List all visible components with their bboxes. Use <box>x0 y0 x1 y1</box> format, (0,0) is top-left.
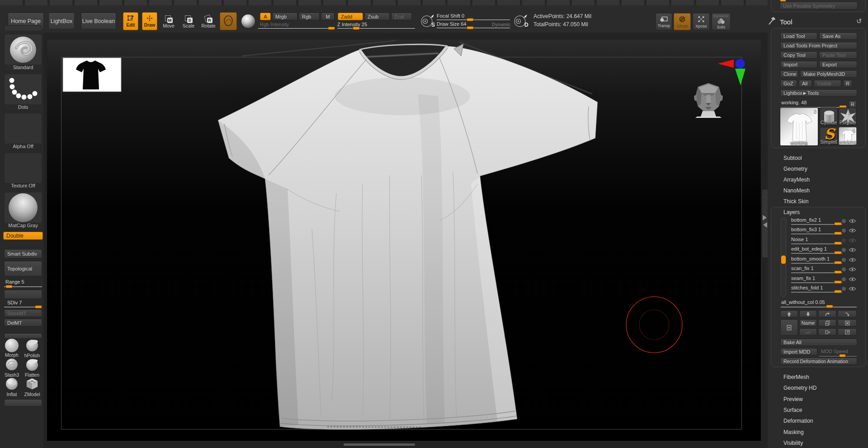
layer-intensity-handle[interactable] <box>834 280 842 284</box>
layer-move-down-button[interactable] <box>799 310 817 317</box>
draw-button[interactable]: Draw <box>142 12 157 30</box>
layer-redo-button[interactable] <box>818 310 836 317</box>
mrgb-button[interactable]: Mrgb <box>272 13 297 20</box>
stroke-slot[interactable]: Dots <box>4 74 42 111</box>
zcut-button[interactable]: Zcut <box>391 13 412 20</box>
morph-brush-button[interactable]: Morph <box>2 338 22 358</box>
import-button[interactable]: Import <box>780 61 817 68</box>
layer-intensity-handle[interactable] <box>834 242 842 245</box>
range-handle[interactable] <box>5 285 13 288</box>
empty-slot-button[interactable] <box>4 290 42 299</box>
layer-duplicate-button[interactable] <box>818 319 836 327</box>
layer-record-dot[interactable] <box>842 277 846 281</box>
layer-global-intensity-slider[interactable] <box>781 307 857 308</box>
section-arraymesh[interactable]: ArrayMesh <box>771 176 866 184</box>
section-thickskin[interactable]: Thick Skin <box>771 197 866 205</box>
layer-global-intensity-handle[interactable] <box>826 305 833 308</box>
layer-eye-icon[interactable] <box>849 228 856 234</box>
layer-name-button[interactable]: Name <box>799 319 817 327</box>
smart-subdiv-button[interactable]: Smart Subdiv <box>4 249 42 258</box>
panel-divider[interactable] <box>762 190 768 257</box>
load-tool-button[interactable]: Load Tool <box>780 33 817 40</box>
export-button[interactable]: Export <box>819 61 857 68</box>
delmt-button[interactable]: DelMT <box>4 319 42 327</box>
zmodeler-brush-button[interactable]: ZModel <box>22 377 42 397</box>
layer-record-dot[interactable] <box>842 229 846 233</box>
flatten-brush-button[interactable]: Flatten <box>22 357 42 378</box>
xpose-button[interactable]: Xpose <box>693 13 710 30</box>
layer-intensity-handle[interactable] <box>834 251 842 254</box>
section-surface[interactable]: Surface <box>771 406 866 414</box>
canvas[interactable] <box>47 40 761 441</box>
layer-merge-down-button[interactable] <box>799 328 817 336</box>
section-fibermesh[interactable]: FiberMesh <box>771 373 866 381</box>
draw-size-handle[interactable] <box>467 26 474 29</box>
dynamic-label[interactable]: Dynamic <box>492 22 511 27</box>
layer-intensity-handle[interactable] <box>834 290 842 293</box>
goz-visible-button[interactable]: Visible <box>814 80 841 87</box>
layer-eye-icon[interactable] <box>849 267 856 273</box>
section-deformation[interactable]: Deformation <box>771 417 866 425</box>
section-geometry-hd[interactable]: Geometry HD <box>771 384 866 392</box>
layers-scrollbar-marker[interactable] <box>781 255 786 264</box>
live-boolean-button[interactable]: Live Boolean <box>81 13 116 29</box>
use-posable-symmetry-button[interactable]: Use Posable Symmetry <box>780 2 858 9</box>
slash3-brush-button[interactable]: Slash3 <box>2 357 22 378</box>
scale-button[interactable]: S Scale <box>181 13 196 30</box>
layer-record-dot[interactable] <box>842 267 846 271</box>
z-intensity-handle[interactable] <box>353 27 360 30</box>
layer-delete-button[interactable] <box>838 319 857 327</box>
matcap-slot[interactable]: MatCap Gray <box>4 192 42 229</box>
storemt-button[interactable]: StoreMT <box>4 309 42 317</box>
lightbox-button[interactable]: LightBox <box>48 13 75 29</box>
inflat-brush-button[interactable]: Inflat <box>2 377 22 397</box>
layer-eye-icon[interactable] <box>849 286 856 292</box>
zsub-button[interactable]: Zsub <box>364 13 390 20</box>
brush-slot[interactable]: Standard <box>4 34 42 71</box>
layer-eye-icon[interactable] <box>849 238 856 244</box>
section-subtool[interactable]: Subtool <box>771 154 866 162</box>
layers-title[interactable]: Layers <box>783 209 800 215</box>
polymesh-tool-thumbnail[interactable]: PolyMe <box>839 107 857 126</box>
save-as-button[interactable]: Save As <box>819 33 857 40</box>
current-brush-button[interactable] <box>220 12 237 30</box>
load-tools-from-project-button[interactable]: Load Tools From Project <box>780 42 857 49</box>
tool-r-button[interactable]: R <box>849 101 857 108</box>
layer-record-dot[interactable] <box>842 287 846 291</box>
layer-split-button[interactable] <box>818 328 836 336</box>
z-intensity-slider[interactable] <box>337 28 415 29</box>
empty-slot-button-3[interactable] <box>4 399 42 406</box>
layer-undo-button[interactable] <box>838 310 857 317</box>
texture-slot[interactable]: Texture Off <box>4 153 42 190</box>
mdd-speed-handle[interactable] <box>839 354 846 357</box>
edit-button[interactable]: Edit <box>123 12 138 30</box>
lightbox-tools-button[interactable]: Lightbox►Tools <box>780 89 857 97</box>
paste-tool-button[interactable]: Paste Tool <box>819 51 857 59</box>
layer-eye-icon[interactable] <box>849 257 856 263</box>
rgb-intensity-slider[interactable] <box>258 28 335 29</box>
layer-record-dot[interactable] <box>842 238 846 243</box>
solo-button[interactable]: Dynamic Solo <box>712 13 731 30</box>
double-button[interactable]: Double <box>3 232 43 240</box>
layer-intensity-handle[interactable] <box>834 271 842 274</box>
rgb-button[interactable]: Rgb <box>299 13 320 20</box>
move-button[interactable]: M Move <box>161 13 176 30</box>
m-button[interactable]: M <box>321 13 335 20</box>
hpolish-brush-button[interactable]: hPolish <box>22 338 42 358</box>
simplebrush-tool-thumbnail[interactable]: S SimpleE <box>820 127 838 145</box>
section-masking[interactable]: Masking <box>771 428 866 436</box>
left-tray-partial-slot[interactable] <box>4 25 42 31</box>
working-tool-thumbnail[interactable]: 5 working <box>839 127 857 145</box>
bake-all-button[interactable]: Bake All <box>780 339 857 346</box>
layer-eye-icon[interactable] <box>849 277 856 283</box>
rgb-intensity-handle[interactable] <box>328 27 335 30</box>
symmetry-slider-handle[interactable] <box>780 0 786 1</box>
import-mdd-button[interactable]: Import MDD <box>780 348 817 355</box>
layer-eye-icon[interactable] <box>849 247 856 253</box>
layer-intensity-handle[interactable] <box>834 232 842 235</box>
alpha-slot[interactable]: Alpha Off <box>4 113 42 150</box>
section-geometry[interactable]: Geometry <box>771 165 866 173</box>
color-a-button[interactable]: A <box>260 13 271 20</box>
layer-intensity-handle[interactable] <box>834 222 842 225</box>
rotate-button[interactable]: R Rotate <box>200 13 217 30</box>
